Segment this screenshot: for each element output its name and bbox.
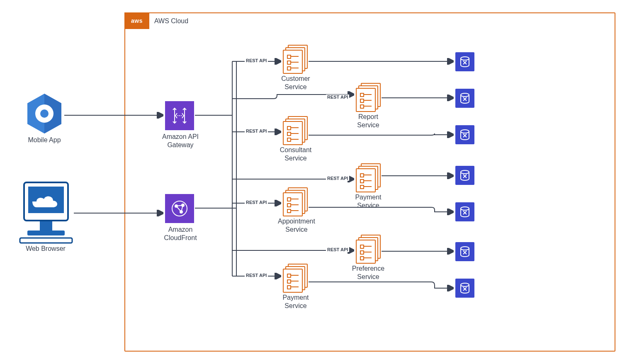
cloudfront-icon xyxy=(165,194,194,223)
aws-logo-tag: aws xyxy=(124,12,149,29)
rest-api-label-6: REST API xyxy=(326,247,349,252)
db-icon-2 xyxy=(455,89,474,108)
web-browser-icon xyxy=(19,182,73,245)
diagram-canvas: aws AWS Cloud Mobile App Web Browser Ama… xyxy=(0,0,632,364)
customer-service-label: Customer Service xyxy=(269,75,323,91)
rest-api-label-2: REST API xyxy=(326,95,349,99)
db-icon-3 xyxy=(455,125,474,144)
mobile-app-icon xyxy=(26,93,63,134)
svg-point-19 xyxy=(461,283,469,286)
payment-service-right-label: Payment Service xyxy=(340,193,396,210)
cloudfront-label: Amazon CloudFront xyxy=(157,226,204,242)
payment-service-left-icon xyxy=(283,264,308,290)
web-browser-label: Web Browser xyxy=(17,245,75,253)
db-icon-4 xyxy=(455,166,474,185)
report-service-icon xyxy=(356,83,381,109)
aws-cloud-title: AWS Cloud xyxy=(154,17,188,25)
svg-point-9 xyxy=(172,201,187,216)
mobile-app-label: Mobile App xyxy=(19,136,70,144)
preference-service-label: Preference Service xyxy=(340,265,396,281)
rest-api-label-7: REST API xyxy=(245,273,268,278)
db-icon-6 xyxy=(455,242,474,261)
svg-point-16 xyxy=(461,170,469,174)
svg-point-13 xyxy=(461,57,469,60)
db-icon-5 xyxy=(455,202,474,221)
appointment-service-label: Appointment Service xyxy=(265,217,328,234)
svg-rect-8 xyxy=(20,238,72,243)
api-gateway-icon xyxy=(165,101,194,130)
consultant-service-label: Consultant Service xyxy=(269,146,323,163)
svg-rect-6 xyxy=(40,221,52,231)
rest-api-label-1: REST API xyxy=(245,58,268,63)
svg-point-15 xyxy=(461,130,469,133)
payment-service-right-icon xyxy=(356,163,381,190)
svg-point-14 xyxy=(461,93,469,97)
report-service-label: Report Service xyxy=(343,113,393,129)
rest-api-label-4: REST API xyxy=(326,176,349,181)
customer-service-icon xyxy=(283,45,308,71)
db-icon-7 xyxy=(455,279,474,298)
svg-point-18 xyxy=(461,247,469,250)
svg-rect-7 xyxy=(27,231,65,235)
appointment-service-icon xyxy=(283,187,308,214)
consultant-service-icon xyxy=(283,116,308,143)
payment-service-left-label: Payment Service xyxy=(269,294,323,310)
svg-point-17 xyxy=(461,207,469,210)
api-gateway-label: Amazon API Gateway xyxy=(153,133,207,149)
db-icon-1 xyxy=(455,52,474,71)
rest-api-label-3: REST API xyxy=(245,129,268,133)
rest-api-label-5: REST API xyxy=(245,200,268,205)
svg-point-3 xyxy=(40,109,49,118)
preference-service-icon xyxy=(356,235,381,261)
